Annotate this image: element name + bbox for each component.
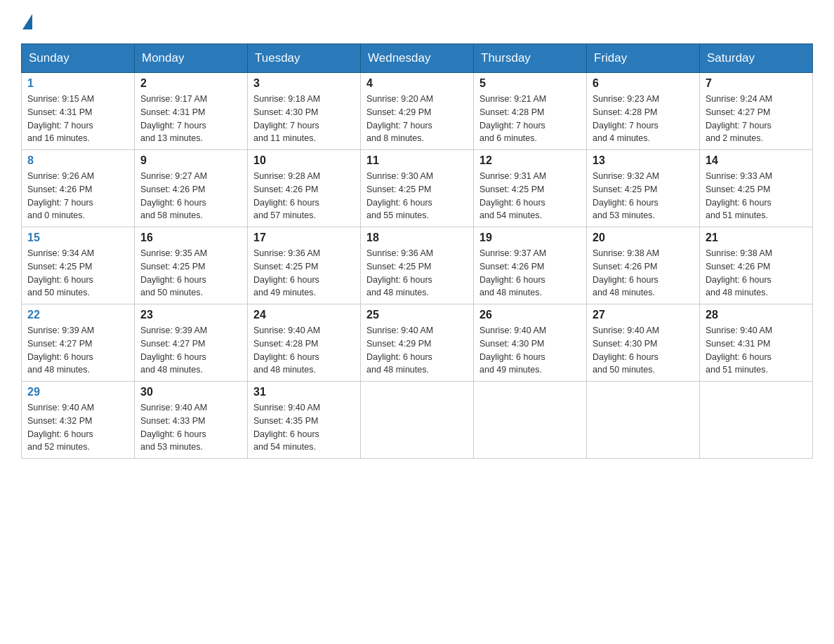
day-number: 27 (593, 309, 694, 321)
day-number: 5 (479, 77, 581, 90)
calendar-cell: 16 Sunrise: 9:35 AMSunset: 4:25 PMDaylig… (135, 227, 248, 304)
calendar-cell: 26 Sunrise: 9:40 AMSunset: 4:30 PMDaylig… (474, 304, 587, 382)
day-number: 14 (706, 154, 807, 167)
calendar-header-saturday: Saturday (700, 44, 813, 73)
calendar-week-4: 22 Sunrise: 9:39 AMSunset: 4:27 PMDaylig… (22, 304, 813, 382)
day-number: 12 (479, 154, 581, 167)
day-number: 19 (479, 232, 581, 244)
calendar-header-thursday: Thursday (474, 44, 587, 73)
calendar-week-3: 15 Sunrise: 9:34 AMSunset: 4:25 PMDaylig… (22, 227, 813, 304)
day-info: Sunrise: 9:40 AMSunset: 4:29 PMDaylight:… (366, 324, 468, 377)
day-info: Sunrise: 9:38 AMSunset: 4:26 PMDaylight:… (593, 247, 694, 300)
calendar-cell: 9 Sunrise: 9:27 AMSunset: 4:26 PMDayligh… (135, 150, 248, 227)
calendar-week-1: 1 Sunrise: 9:15 AMSunset: 4:31 PMDayligh… (22, 73, 813, 150)
day-number: 25 (366, 309, 468, 321)
calendar-cell: 25 Sunrise: 9:40 AMSunset: 4:29 PMDaylig… (361, 304, 474, 382)
day-number: 28 (706, 309, 807, 321)
calendar-week-5: 29 Sunrise: 9:40 AMSunset: 4:32 PMDaylig… (22, 382, 813, 459)
day-info: Sunrise: 9:40 AMSunset: 4:30 PMDaylight:… (593, 324, 694, 377)
day-info: Sunrise: 9:28 AMSunset: 4:26 PMDaylight:… (253, 170, 355, 222)
day-number: 23 (140, 309, 241, 321)
calendar-header-wednesday: Wednesday (361, 44, 474, 73)
day-number: 30 (140, 386, 241, 398)
day-number: 15 (27, 232, 128, 244)
calendar-cell: 18 Sunrise: 9:36 AMSunset: 4:25 PMDaylig… (361, 227, 474, 304)
calendar-cell: 8 Sunrise: 9:26 AMSunset: 4:26 PMDayligh… (22, 150, 135, 227)
calendar-cell: 24 Sunrise: 9:40 AMSunset: 4:28 PMDaylig… (248, 304, 361, 382)
calendar-cell: 12 Sunrise: 9:31 AMSunset: 4:25 PMDaylig… (474, 150, 587, 227)
calendar-header-friday: Friday (587, 44, 700, 73)
day-info: Sunrise: 9:40 AMSunset: 4:32 PMDaylight:… (27, 401, 128, 454)
day-number: 17 (253, 232, 355, 244)
calendar-cell: 28 Sunrise: 9:40 AMSunset: 4:31 PMDaylig… (700, 304, 813, 382)
day-info: Sunrise: 9:23 AMSunset: 4:28 PMDaylight:… (593, 93, 694, 145)
calendar-cell: 14 Sunrise: 9:33 AMSunset: 4:25 PMDaylig… (700, 150, 813, 227)
day-info: Sunrise: 9:35 AMSunset: 4:25 PMDaylight:… (140, 247, 241, 300)
calendar-cell (587, 382, 700, 459)
calendar-table: SundayMondayTuesdayWednesdayThursdayFrid… (21, 43, 813, 459)
day-number: 18 (366, 232, 468, 244)
day-number: 10 (253, 154, 355, 167)
calendar-cell: 11 Sunrise: 9:30 AMSunset: 4:25 PMDaylig… (361, 150, 474, 227)
day-number: 11 (366, 154, 468, 167)
day-info: Sunrise: 9:36 AMSunset: 4:25 PMDaylight:… (366, 247, 468, 300)
calendar-header-monday: Monday (135, 44, 248, 73)
page-header (21, 14, 813, 29)
day-number: 21 (706, 232, 807, 244)
day-number: 2 (140, 77, 241, 90)
calendar-cell (474, 382, 587, 459)
calendar-cell: 30 Sunrise: 9:40 AMSunset: 4:33 PMDaylig… (135, 382, 248, 459)
calendar-cell: 21 Sunrise: 9:38 AMSunset: 4:26 PMDaylig… (700, 227, 813, 304)
day-info: Sunrise: 9:31 AMSunset: 4:25 PMDaylight:… (479, 170, 581, 222)
day-number: 8 (27, 154, 128, 167)
day-info: Sunrise: 9:24 AMSunset: 4:27 PMDaylight:… (706, 93, 807, 145)
day-number: 20 (593, 232, 694, 244)
calendar-cell: 3 Sunrise: 9:18 AMSunset: 4:30 PMDayligh… (248, 73, 361, 150)
day-info: Sunrise: 9:40 AMSunset: 4:33 PMDaylight:… (140, 401, 241, 454)
calendar-cell: 15 Sunrise: 9:34 AMSunset: 4:25 PMDaylig… (22, 227, 135, 304)
calendar-header-row: SundayMondayTuesdayWednesdayThursdayFrid… (22, 44, 813, 73)
day-info: Sunrise: 9:27 AMSunset: 4:26 PMDaylight:… (140, 170, 241, 222)
day-info: Sunrise: 9:20 AMSunset: 4:29 PMDaylight:… (366, 93, 468, 145)
day-number: 29 (27, 386, 128, 398)
calendar-cell: 20 Sunrise: 9:38 AMSunset: 4:26 PMDaylig… (587, 227, 700, 304)
calendar-cell: 6 Sunrise: 9:23 AMSunset: 4:28 PMDayligh… (587, 73, 700, 150)
day-info: Sunrise: 9:26 AMSunset: 4:26 PMDaylight:… (27, 170, 128, 222)
calendar-cell: 29 Sunrise: 9:40 AMSunset: 4:32 PMDaylig… (22, 382, 135, 459)
day-number: 7 (706, 77, 807, 90)
day-number: 9 (140, 154, 241, 167)
day-info: Sunrise: 9:33 AMSunset: 4:25 PMDaylight:… (706, 170, 807, 222)
day-info: Sunrise: 9:21 AMSunset: 4:28 PMDaylight:… (479, 93, 581, 145)
day-info: Sunrise: 9:37 AMSunset: 4:26 PMDaylight:… (479, 247, 581, 300)
day-info: Sunrise: 9:40 AMSunset: 4:28 PMDaylight:… (253, 324, 355, 377)
calendar-cell: 27 Sunrise: 9:40 AMSunset: 4:30 PMDaylig… (587, 304, 700, 382)
logo (21, 14, 34, 29)
day-number: 3 (253, 77, 355, 90)
day-number: 1 (27, 77, 128, 90)
calendar-cell: 5 Sunrise: 9:21 AMSunset: 4:28 PMDayligh… (474, 73, 587, 150)
day-number: 22 (27, 309, 128, 321)
calendar-cell: 17 Sunrise: 9:36 AMSunset: 4:25 PMDaylig… (248, 227, 361, 304)
day-info: Sunrise: 9:39 AMSunset: 4:27 PMDaylight:… (140, 324, 241, 377)
day-number: 26 (479, 309, 581, 321)
day-info: Sunrise: 9:34 AMSunset: 4:25 PMDaylight:… (27, 247, 128, 300)
day-info: Sunrise: 9:40 AMSunset: 4:31 PMDaylight:… (706, 324, 807, 377)
calendar-cell (700, 382, 813, 459)
calendar-cell: 10 Sunrise: 9:28 AMSunset: 4:26 PMDaylig… (248, 150, 361, 227)
day-info: Sunrise: 9:36 AMSunset: 4:25 PMDaylight:… (253, 247, 355, 300)
day-number: 16 (140, 232, 241, 244)
day-number: 6 (593, 77, 694, 90)
day-info: Sunrise: 9:38 AMSunset: 4:26 PMDaylight:… (706, 247, 807, 300)
day-number: 24 (253, 309, 355, 321)
day-info: Sunrise: 9:15 AMSunset: 4:31 PMDaylight:… (27, 93, 128, 145)
calendar-cell: 1 Sunrise: 9:15 AMSunset: 4:31 PMDayligh… (22, 73, 135, 150)
calendar-cell (361, 382, 474, 459)
calendar-week-2: 8 Sunrise: 9:26 AMSunset: 4:26 PMDayligh… (22, 150, 813, 227)
calendar-cell: 23 Sunrise: 9:39 AMSunset: 4:27 PMDaylig… (135, 304, 248, 382)
day-info: Sunrise: 9:17 AMSunset: 4:31 PMDaylight:… (140, 93, 241, 145)
calendar-header-sunday: Sunday (22, 44, 135, 73)
day-info: Sunrise: 9:30 AMSunset: 4:25 PMDaylight:… (366, 170, 468, 222)
day-number: 13 (593, 154, 694, 167)
calendar-cell: 13 Sunrise: 9:32 AMSunset: 4:25 PMDaylig… (587, 150, 700, 227)
calendar-header-tuesday: Tuesday (248, 44, 361, 73)
